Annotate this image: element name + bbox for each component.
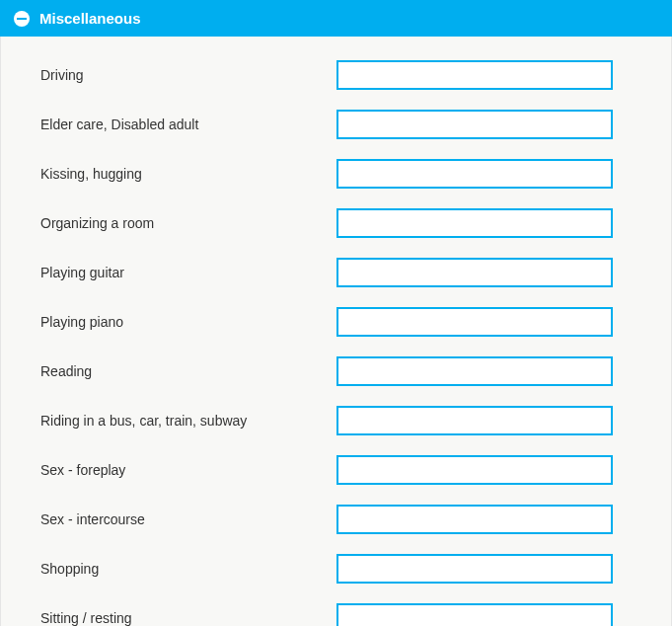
field-input-riding-transport[interactable]: [336, 406, 613, 435]
field-input-sitting-resting[interactable]: [336, 603, 613, 626]
minus-circle-icon: [14, 11, 30, 27]
form-row: Sex - intercourse: [23, 495, 649, 544]
field-label-sex-intercourse: Sex - intercourse: [23, 511, 336, 527]
form-row: Elder care, Disabled adult: [23, 100, 649, 149]
field-input-driving[interactable]: [336, 60, 613, 90]
form-row: Shopping: [23, 544, 649, 593]
field-label-playing-guitar: Playing guitar: [23, 265, 336, 280]
field-label-sex-foreplay: Sex - foreplay: [23, 462, 336, 478]
field-input-sex-foreplay[interactable]: [336, 455, 613, 485]
field-input-organizing-room[interactable]: [336, 208, 613, 238]
panel-header[interactable]: Miscellaneous: [0, 0, 672, 37]
field-label-organizing-room: Organizing a room: [23, 215, 336, 231]
field-input-reading[interactable]: [336, 356, 613, 386]
field-label-reading: Reading: [23, 363, 336, 379]
form-row: Playing piano: [23, 297, 649, 347]
field-input-elder-care[interactable]: [336, 110, 613, 139]
field-label-driving: Driving: [23, 67, 336, 83]
panel-title: Miscellaneous: [39, 10, 141, 27]
form-row: Sitting / resting: [23, 593, 649, 626]
field-label-shopping: Shopping: [23, 561, 336, 577]
form-row: Kissing, hugging: [23, 149, 649, 198]
field-input-kissing-hugging[interactable]: [336, 159, 613, 189]
form-row: Riding in a bus, car, train, subway: [23, 396, 649, 445]
form-row: Sex - foreplay: [23, 445, 649, 495]
field-input-sex-intercourse[interactable]: [336, 505, 613, 534]
field-label-elder-care: Elder care, Disabled adult: [23, 117, 336, 132]
field-input-shopping[interactable]: [336, 554, 613, 584]
form-row: Driving: [23, 50, 649, 100]
panel-body: Driving Elder care, Disabled adult Kissi…: [0, 37, 672, 626]
field-label-kissing-hugging: Kissing, hugging: [23, 166, 336, 182]
field-input-playing-piano[interactable]: [336, 307, 613, 337]
miscellaneous-panel: Miscellaneous Driving Elder care, Disabl…: [0, 0, 672, 626]
form-row: Organizing a room: [23, 198, 649, 248]
field-label-sitting-resting: Sitting / resting: [23, 610, 336, 626]
form-row: Playing guitar: [23, 248, 649, 297]
form-row: Reading: [23, 347, 649, 396]
field-input-playing-guitar[interactable]: [336, 258, 613, 287]
field-label-riding-transport: Riding in a bus, car, train, subway: [23, 413, 336, 429]
field-label-playing-piano: Playing piano: [23, 314, 336, 330]
